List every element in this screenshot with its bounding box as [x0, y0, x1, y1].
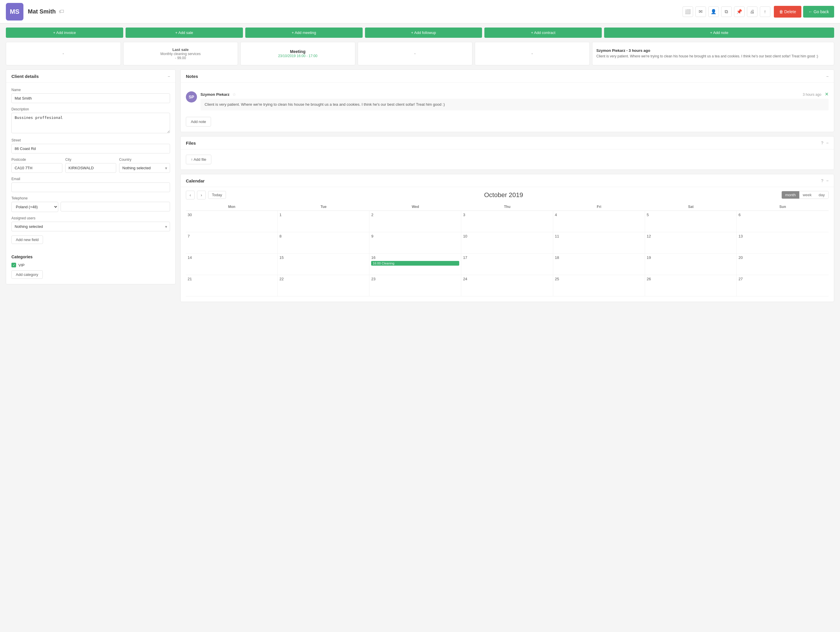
city-input[interactable]	[65, 163, 116, 173]
calendar-date: 3	[463, 212, 551, 218]
calendar-cell[interactable]: 27	[737, 275, 829, 296]
city-label: City	[65, 158, 116, 162]
icon-user[interactable]: 👤	[708, 6, 719, 17]
calendar-cell[interactable]: 8	[278, 232, 369, 253]
calendar-cell[interactable]: 14	[186, 253, 278, 275]
city-group: City	[65, 158, 116, 173]
postcode-input[interactable]	[11, 163, 62, 173]
calendar-cell[interactable]: 23	[369, 275, 461, 296]
note-delete-icon[interactable]: ✕	[825, 92, 829, 97]
email-input[interactable]	[11, 182, 170, 192]
calendar-cell[interactable]: 12	[645, 232, 737, 253]
add-meeting-button[interactable]: + Add meeting	[245, 27, 363, 38]
note-star-icon[interactable]: ☆	[232, 92, 236, 97]
files-collapse-icon[interactable]: −	[826, 141, 829, 145]
vip-checkbox[interactable]	[11, 263, 16, 268]
calendar-cell[interactable]: 2	[369, 211, 461, 232]
client-name: Mat Smith	[28, 8, 56, 15]
meeting-time: 23/10/2019 16:00 - 17:00	[278, 54, 317, 58]
files-help-icon[interactable]: ?	[821, 141, 823, 145]
notes-collapse-icon[interactable]: −	[826, 74, 829, 79]
calendar-view-day[interactable]: day	[815, 191, 828, 198]
icon-copy[interactable]: ⧉	[721, 6, 732, 17]
calendar-cell[interactable]: 18	[553, 253, 645, 275]
collapse-icon[interactable]: −	[168, 74, 170, 79]
add-note-button[interactable]: Add note	[186, 117, 211, 127]
calendar-cell[interactable]: 10	[461, 232, 553, 253]
calendar-cell[interactable]: 19	[645, 253, 737, 275]
calendar-cell[interactable]: 15	[278, 253, 369, 275]
add-file-button[interactable]: ↑ Add file	[186, 155, 211, 164]
icon-upload[interactable]: ↑	[760, 6, 771, 17]
summary-note-author: Szymon Piekarz - 3 hours ago	[597, 48, 651, 53]
icon-print[interactable]: 🖨	[747, 6, 758, 17]
tag-icon[interactable]: 🏷	[59, 8, 64, 15]
calendar-collapse-icon[interactable]: −	[826, 178, 829, 183]
delete-button[interactable]: 🗑 Delete	[774, 6, 801, 17]
add-followup-button[interactable]: + Add followup	[365, 27, 482, 38]
summary-invoice: -	[6, 42, 121, 65]
calendar-cell[interactable]: 4	[553, 211, 645, 232]
calendar-view-week[interactable]: week	[799, 191, 815, 198]
calendar-cell[interactable]: 21	[186, 275, 278, 296]
calendar-cell[interactable]: 1	[278, 211, 369, 232]
day-thu: Thu	[461, 203, 553, 211]
icon-tablet[interactable]: ⬜	[682, 6, 693, 17]
assigned-users-select[interactable]: Nothing selected	[11, 222, 170, 231]
calendar-cell[interactable]: 7	[186, 232, 278, 253]
note-header: Szymon Piekarz ☆ 3 hours ago ✕	[201, 91, 829, 97]
add-category-button[interactable]: Add category	[11, 270, 43, 279]
day-mon: Mon	[186, 203, 278, 211]
note-timestamp: 3 hours ago	[803, 93, 821, 97]
calendar-cell[interactable]: 24	[461, 275, 553, 296]
add-contract-button[interactable]: + Add contract	[485, 27, 602, 38]
calendar-cell[interactable]: 17	[461, 253, 553, 275]
calendar-cell[interactable]: 30	[186, 211, 278, 232]
calendar-view-month[interactable]: month	[782, 191, 799, 198]
phone-number-input[interactable]	[61, 202, 170, 211]
calendar-title: Calendar	[186, 178, 205, 183]
calendar-cell[interactable]: 13	[737, 232, 829, 253]
phone-country-select[interactable]: Poland (+48)	[11, 202, 58, 212]
street-label: Street	[11, 138, 170, 143]
add-note-button[interactable]: + Add note	[604, 27, 834, 38]
description-input[interactable]: Bussines proffesional	[11, 113, 170, 133]
calendar-cell[interactable]: 9	[369, 232, 461, 253]
calendar-date: 20	[739, 255, 827, 260]
note-author-name: Szymon Piekarz	[201, 92, 229, 97]
calendar-help-icon[interactable]: ?	[821, 178, 823, 183]
calendar-prev-button[interactable]: ‹	[186, 191, 195, 200]
calendar-date: 16	[371, 255, 459, 260]
email-group: Email	[11, 177, 170, 192]
calendar-month-title: October 2019	[228, 191, 779, 199]
calendar-cell[interactable]: 11	[553, 232, 645, 253]
go-back-button[interactable]: ← Go back	[803, 6, 834, 17]
calendar-date: 1	[279, 212, 368, 218]
calendar-cell[interactable]: 20	[737, 253, 829, 275]
calendar-cell[interactable]: 5	[645, 211, 737, 232]
summary-note: Szymon Piekarz - 3 hours ago Client is v…	[592, 42, 834, 65]
note-author-area: Szymon Piekarz ☆	[201, 92, 236, 97]
add-sale-button[interactable]: + Add sale	[126, 27, 243, 38]
add-field-button[interactable]: Add new field	[11, 236, 43, 244]
name-input[interactable]	[11, 93, 170, 103]
calendar-event[interactable]: 16:00 Cleaning	[371, 261, 459, 266]
street-input[interactable]	[11, 144, 170, 154]
calendar-cell[interactable]: 25	[553, 275, 645, 296]
calendar-cell[interactable]: 22	[278, 275, 369, 296]
calendar-today-button[interactable]: Today	[208, 191, 226, 199]
icon-email[interactable]: ✉	[695, 6, 706, 17]
calendar-cell[interactable]: 3	[461, 211, 553, 232]
icon-pin[interactable]: 📌	[734, 6, 745, 17]
telephone-label: Telephone	[11, 196, 170, 200]
summary-last-sale: Last sale Monthly cleaning services - 99…	[123, 42, 238, 65]
calendar-next-button[interactable]: ›	[197, 191, 206, 200]
calendar-date: 8	[279, 233, 368, 239]
calendar-cell[interactable]: 26	[645, 275, 737, 296]
calendar-cell[interactable]: 6	[737, 211, 829, 232]
add-invoice-button[interactable]: + Add invoice	[6, 27, 123, 38]
description-label: Description	[11, 107, 170, 111]
calendar-cell[interactable]: 1616:00 Cleaning	[369, 253, 461, 275]
country-select[interactable]: Nothing selected	[119, 163, 170, 173]
calendar-header-icons: ? −	[819, 178, 829, 183]
